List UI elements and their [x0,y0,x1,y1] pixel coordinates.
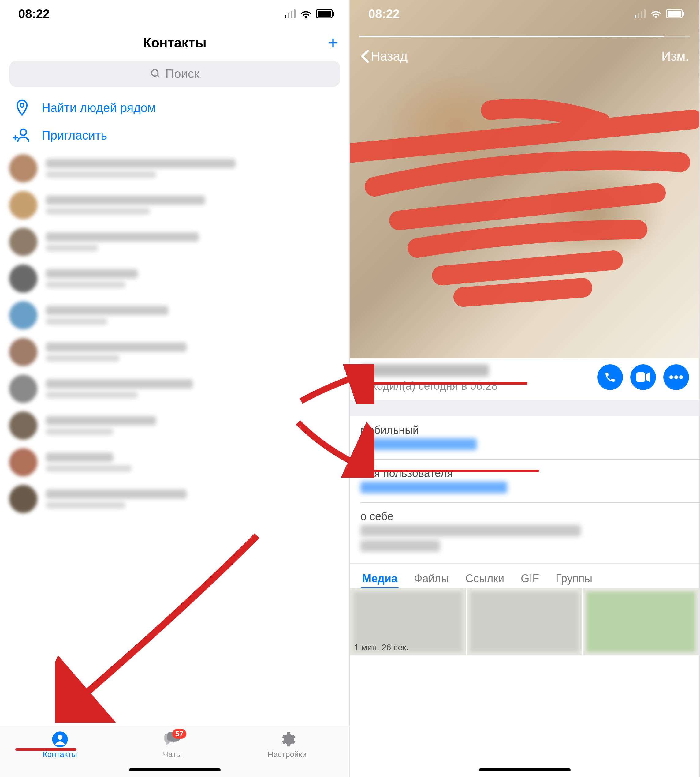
status-time: 08:22 [368,7,400,21]
call-button[interactable] [597,364,623,390]
profile-header: заходил(а) сегодня в 06:28 [350,358,699,400]
hero-nav: Назад Изм. [350,49,699,63]
avatar [9,485,37,513]
invite-row[interactable]: Пригласить [0,124,349,150]
tab-settings[interactable]: Настройки [268,731,307,759]
section-gap [350,400,699,416]
tab-gif[interactable]: GIF [521,572,539,585]
svg-point-17 [669,375,673,379]
mobile-value-redacted [360,438,477,450]
svg-rect-13 [668,11,681,17]
username-value-redacted [360,481,507,493]
contact-status-redacted [46,245,98,251]
contact-row[interactable] [0,334,349,371]
about-label: о себе [360,510,689,523]
edit-button[interactable]: Изм. [662,49,689,63]
contact-row[interactable] [0,260,349,297]
contact-status-redacted [46,281,125,288]
contact-status-redacted [46,465,132,472]
contact-row[interactable] [0,297,349,334]
status-time: 08:22 [18,7,50,21]
cellular-signal-icon [285,10,295,18]
more-button[interactable] [663,364,689,390]
contact-status-redacted [46,355,119,361]
home-indicator [479,769,571,772]
contact-status-redacted [46,502,125,508]
tab-settings-label: Настройки [268,750,307,759]
avatar [9,191,37,219]
cellular-signal-icon [635,10,645,18]
media-duration: 1 мин. 26 сек. [354,643,409,652]
tab-links[interactable]: Ссылки [465,572,504,585]
tab-groups[interactable]: Группы [556,572,592,585]
mobile-phone-row[interactable]: мобильный [350,416,699,453]
username-label: имя пользователя [360,467,689,480]
svg-line-4 [157,75,159,78]
contact-name-redacted [46,232,199,242]
svg-rect-1 [318,11,331,17]
location-pin-icon [13,99,31,116]
tab-contacts-label: Контакты [43,750,77,759]
profile-hero: 08:22 Назад Изм. [350,0,699,358]
contact-row[interactable] [0,150,349,187]
back-button[interactable]: Назад [360,49,408,63]
status-bar: 08:22 [350,0,699,28]
contact-name-redacted [46,490,187,499]
media-thumbnail[interactable]: 1 мин. 26 сек. [350,588,467,655]
contact-row[interactable] [0,371,349,407]
tab-media[interactable]: Медиа [362,572,397,585]
profile-screen: 08:22 Назад Изм. [350,0,700,777]
add-person-icon [13,128,31,143]
battery-icon [666,10,685,18]
contact-row[interactable] [0,444,349,481]
more-horizontal-icon [669,375,683,379]
contact-row[interactable] [0,187,349,224]
media-thumbnail[interactable] [583,588,699,655]
svg-point-5 [20,104,24,107]
photo-pager [359,35,690,37]
contact-name-redacted [46,159,235,168]
tab-chats-label: Чаты [163,750,182,759]
avatar [9,264,37,293]
svg-rect-15 [637,372,645,382]
status-bar: 08:22 [0,0,349,28]
avatar [9,154,37,182]
tab-files[interactable]: Файлы [414,572,449,585]
about-row: о себе [350,503,699,554]
home-indicator [129,769,221,772]
contact-row[interactable] [0,224,349,260]
wifi-icon [650,9,662,18]
avatar [9,448,37,476]
contacts-list: Найти людей рядом Пригласить [0,92,349,517]
svg-point-10 [58,735,62,740]
avatar [9,301,37,329]
person-circle-icon [50,731,70,748]
search-placeholder: Поиск [165,67,200,81]
username-row[interactable]: имя пользователя [350,460,699,496]
contact-name-redacted [46,196,205,205]
video-call-button[interactable] [630,364,656,390]
svg-rect-14 [683,12,684,16]
contact-status-redacted [46,208,150,215]
find-nearby-label: Найти людей рядом [42,101,156,115]
gear-icon [277,731,297,748]
nav-header: Контакты + [0,28,349,58]
contact-status-redacted [46,428,113,435]
svg-point-6 [20,129,26,135]
contact-row[interactable] [0,481,349,517]
find-nearby-row[interactable]: Найти людей рядом [0,92,349,124]
about-value-redacted-2 [360,540,440,552]
contacts-screen: 08:22 Контакты + Поиск Найти людей рядом… [0,0,350,777]
tab-contacts[interactable]: Контакты [43,731,77,759]
video-icon [637,372,650,382]
search-input[interactable]: Поиск [9,61,340,87]
annotation-arrow-contacts [55,530,266,722]
battery-icon [316,10,335,18]
contact-name-redacted [46,269,138,278]
media-thumbnail[interactable] [467,588,583,655]
contact-row[interactable] [0,407,349,444]
page-title: Контакты [143,35,206,50]
contact-name-redacted [46,379,193,389]
add-contact-button[interactable]: + [328,34,338,52]
tab-chats[interactable]: 57 Чаты [162,731,182,759]
